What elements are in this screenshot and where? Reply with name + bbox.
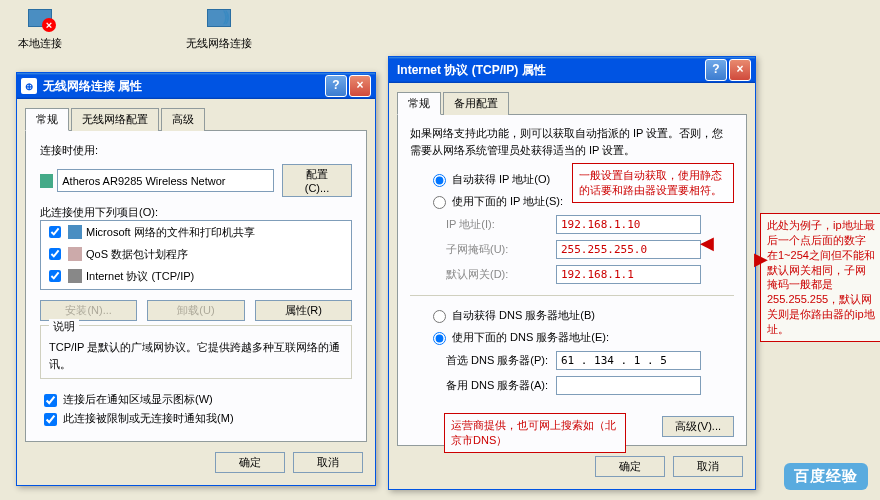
advanced-button[interactable]: 高级(V)... <box>662 416 734 437</box>
ip-label: IP 地址(I): <box>446 217 556 232</box>
tab-alternate[interactable]: 备用配置 <box>443 92 509 115</box>
notify-limited-checkbox[interactable]: 此连接被限制或无连接时通知我(M) <box>40 412 234 424</box>
close-button[interactable]: × <box>349 75 371 97</box>
dns1-label: 首选 DNS 服务器(P): <box>446 353 556 368</box>
item-icon <box>68 225 82 239</box>
help-button[interactable]: ? <box>325 75 347 97</box>
adapter-field <box>57 169 274 192</box>
components-listbox[interactable]: Microsoft 网络的文件和打印机共享 QoS 数据包计划程序 Intern… <box>40 220 352 290</box>
uninstall-button: 卸载(U) <box>147 300 244 321</box>
item-checkbox[interactable] <box>49 270 61 282</box>
tab-advanced[interactable]: 高级 <box>161 108 205 131</box>
subnet-mask-input[interactable]: 255.255.255.0 <box>556 240 701 259</box>
list-item[interactable]: QoS 数据包计划程序 <box>41 243 351 265</box>
list-item[interactable]: Microsoft 网络的文件和打印机共享 <box>41 221 351 243</box>
configure-button[interactable]: 配置(C)... <box>282 164 352 197</box>
titlebar[interactable]: ⊕ 无线网络连接 属性 ? × <box>17 73 375 99</box>
close-button[interactable]: × <box>729 59 751 81</box>
arrow-icon: ▶ <box>754 248 768 270</box>
gateway-input[interactable]: 192.168.1.1 <box>556 265 701 284</box>
tab-general[interactable]: 常规 <box>25 108 69 131</box>
desktop-icon-local-conn[interactable]: × 本地连接 <box>18 6 62 51</box>
desktop-icon-label: 本地连接 <box>18 36 62 51</box>
titlebar[interactable]: Internet 协议 (TCP/IP) 属性 ? × <box>389 57 755 83</box>
network-icon: ⊕ <box>21 78 37 94</box>
intro-text: 如果网络支持此功能，则可以获取自动指派的 IP 设置。否则，您需要从网络系统管理… <box>410 125 734 158</box>
properties-button[interactable]: 属性(R) <box>255 300 352 321</box>
x-icon: × <box>42 18 56 32</box>
ip-input[interactable]: 192.168.1.10 <box>556 215 701 234</box>
gateway-label: 默认网关(D): <box>446 267 556 282</box>
list-item[interactable]: Internet 协议 (TCP/IP) <box>41 265 351 287</box>
watermark: 百度经验 <box>784 463 868 490</box>
tab-general[interactable]: 常规 <box>397 92 441 115</box>
cancel-button[interactable]: 取消 <box>673 456 743 477</box>
tab-wireless-config[interactable]: 无线网络配置 <box>71 108 159 131</box>
radio-auto-dns[interactable]: 自动获得 DNS 服务器地址(B) <box>410 304 734 326</box>
item-icon <box>68 247 82 261</box>
desktop-icon-wireless-conn[interactable]: ⸩ 无线网络连接 <box>186 6 252 51</box>
annotation-auto-ip: 一般设置自动获取，使用静态的话要和路由器设置要相符。 <box>572 163 734 203</box>
dns2-label: 备用 DNS 服务器(A): <box>446 378 556 393</box>
help-button[interactable]: ? <box>705 59 727 81</box>
connect-using-label: 连接时使用: <box>40 143 352 158</box>
annotation-dns-provider: 运营商提供，也可网上搜索如（北京市DNS） <box>444 413 626 453</box>
desktop-icon-label: 无线网络连接 <box>186 36 252 51</box>
cancel-button[interactable]: 取消 <box>293 452 363 473</box>
item-checkbox[interactable] <box>49 248 61 260</box>
adapter-icon <box>40 174 53 188</box>
install-button: 安装(N)... <box>40 300 137 321</box>
items-label: 此连接使用下列项目(O): <box>40 205 352 220</box>
item-icon <box>68 269 82 283</box>
ok-button[interactable]: 确定 <box>215 452 285 473</box>
ok-button[interactable]: 确定 <box>595 456 665 477</box>
mask-label: 子网掩码(U): <box>446 242 556 257</box>
alternate-dns-input[interactable] <box>556 376 701 395</box>
preferred-dns-input[interactable]: 61 . 134 . 1 . 5 <box>556 351 701 370</box>
window-wireless-properties: ⊕ 无线网络连接 属性 ? × 常规 无线网络配置 高级 连接时使用: 配置(C… <box>16 72 376 486</box>
radio-manual-dns[interactable]: 使用下面的 DNS 服务器地址(E): <box>410 326 734 348</box>
window-title: Internet 协议 (TCP/IP) 属性 <box>397 62 546 79</box>
window-title: 无线网络连接 属性 <box>43 78 142 95</box>
description-title: 说明 <box>49 319 79 334</box>
arrow-icon: ◀ <box>700 232 714 254</box>
wireless-icon: ⸩ <box>223 8 230 25</box>
description-text: TCP/IP 是默认的广域网协议。它提供跨越多种互联网络的通讯。 <box>49 339 343 372</box>
annotation-ip-example: 此处为例子，ip地址最后一个点后面的数字在1~254之间但不能和默认网关相同，子… <box>760 213 880 342</box>
show-tray-icon-checkbox[interactable]: 连接后在通知区域显示图标(W) <box>40 393 213 405</box>
item-checkbox[interactable] <box>49 226 61 238</box>
